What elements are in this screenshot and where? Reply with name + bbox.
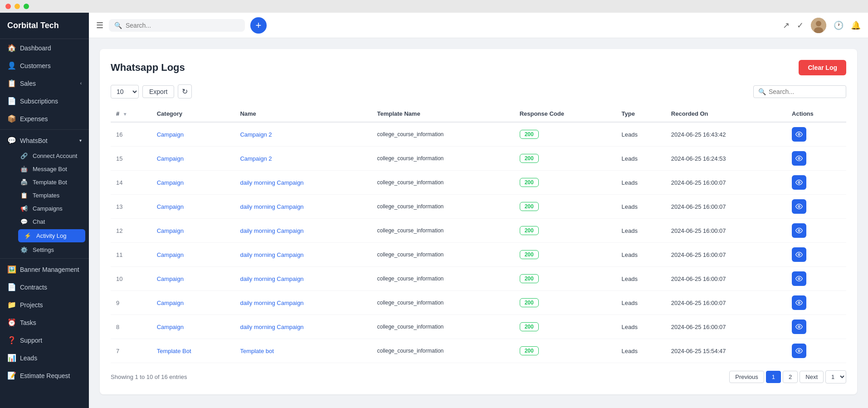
sidebar-item-customers[interactable]: 👤 Customers	[0, 57, 89, 74]
search-icon: 🔍	[114, 22, 122, 29]
add-button[interactable]: +	[250, 17, 267, 34]
banner-icon: 🖼️	[7, 265, 15, 274]
close-dot[interactable]	[5, 4, 11, 9]
cell-response: 200	[514, 315, 616, 339]
sidebar-item-expenses[interactable]: 📦 Expenses	[0, 110, 89, 128]
pagination-previous-button[interactable]: Previous	[729, 371, 764, 383]
cell-name[interactable]: daily morning Campaign	[234, 219, 371, 243]
col-recorded-on: Recorded On	[666, 106, 786, 122]
sidebar-label-templates: Templates	[33, 192, 59, 199]
sidebar-label-activity-log: Activity Log	[36, 232, 66, 239]
cell-response: 200	[514, 122, 616, 147]
sidebar-label-settings: Settings	[33, 246, 54, 253]
clock-icon[interactable]: 🕐	[834, 20, 844, 30]
sidebar-item-support[interactable]: ❓ Support	[0, 331, 89, 349]
sidebar-label-sales: Sales	[20, 80, 36, 87]
sidebar-item-dashboard[interactable]: 🏠 Dashboard	[0, 39, 89, 57]
sidebar-item-templates[interactable]: 📋 Templates	[15, 189, 89, 202]
cell-actions	[786, 267, 846, 291]
cell-name[interactable]: daily morning Campaign	[234, 195, 371, 219]
pagination-page-2-button[interactable]: 2	[783, 371, 798, 383]
sidebar-label-customers: Customers	[20, 62, 51, 69]
cell-num: 13	[111, 195, 151, 219]
estimate-icon: 📝	[7, 371, 15, 380]
sidebar-item-campaigns[interactable]: 📢 Campaigns	[15, 202, 89, 215]
minimize-dot[interactable]	[15, 4, 20, 9]
sidebar-item-chat[interactable]: 💬 Chat	[15, 215, 89, 228]
avatar[interactable]	[811, 18, 826, 33]
per-page-select[interactable]: 10 25 50 100	[111, 85, 139, 98]
refresh-button[interactable]: ↻	[178, 84, 192, 98]
cell-name[interactable]: Template bot	[234, 339, 371, 363]
sidebar-item-estimate-request[interactable]: 📝 Estimate Request	[0, 367, 89, 384]
cell-num: 11	[111, 243, 151, 267]
view-button[interactable]	[792, 127, 806, 142]
cell-name[interactable]: daily morning Campaign	[234, 243, 371, 267]
sidebar-label-whatsbot: WhatsBot	[20, 137, 48, 144]
table-search-icon: 🔍	[758, 88, 766, 95]
view-button[interactable]	[792, 247, 806, 262]
view-button[interactable]	[792, 151, 806, 166]
view-button[interactable]	[792, 199, 806, 214]
pagination-info: Showing 1 to 10 of 16 entries	[111, 374, 187, 380]
svg-point-5	[798, 182, 800, 183]
cell-category: Campaign	[151, 147, 235, 171]
search-input[interactable]	[126, 22, 239, 29]
sidebar-label-contracts: Contracts	[20, 284, 47, 291]
sidebar-item-template-bot[interactable]: 🖨️ Template Bot	[15, 176, 89, 189]
sidebar-item-activity-log[interactable]: ⚡ Activity Log	[18, 229, 85, 242]
export-button[interactable]: Export	[142, 85, 174, 98]
table-search-input[interactable]	[769, 88, 841, 95]
view-button[interactable]	[792, 320, 806, 334]
sidebar-item-whatsbot[interactable]: 💬 WhatsBot ▾	[0, 132, 89, 149]
share-icon[interactable]: ↗	[783, 20, 790, 30]
table-search-box[interactable]: 🔍	[753, 85, 846, 98]
view-button[interactable]	[792, 271, 806, 286]
cell-name[interactable]: daily morning Campaign	[234, 291, 371, 315]
sidebar-item-message-bot[interactable]: 🤖 Message Bot	[15, 162, 89, 176]
cell-response: 200	[514, 171, 616, 195]
sidebar-item-sales[interactable]: 📋 Sales ‹	[0, 74, 89, 92]
cell-name[interactable]: daily morning Campaign	[234, 315, 371, 339]
clear-log-button[interactable]: Clear Log	[799, 60, 846, 75]
pagination-next-button[interactable]: Next	[800, 371, 824, 383]
cell-template: college_course_information	[371, 315, 514, 339]
cell-template: college_course_information	[371, 243, 514, 267]
cell-type: Leads	[616, 339, 666, 363]
response-badge: 200	[520, 154, 539, 163]
cell-type: Leads	[616, 243, 666, 267]
cell-name[interactable]: Campaign 2	[234, 147, 371, 171]
view-button[interactable]	[792, 295, 806, 310]
bell-icon[interactable]: 🔔	[851, 20, 861, 30]
view-button[interactable]	[792, 175, 806, 190]
cell-num: 8	[111, 315, 151, 339]
cell-name[interactable]: daily morning Campaign	[234, 267, 371, 291]
sidebar-label-estimate: Estimate Request	[20, 372, 70, 379]
check-icon[interactable]: ✓	[797, 20, 804, 30]
pagination-page-1-button[interactable]: 1	[766, 371, 781, 383]
sidebar-item-settings[interactable]: ⚙️ Settings	[15, 243, 89, 256]
sidebar-item-contracts[interactable]: 📄 Contracts	[0, 278, 89, 296]
maximize-dot[interactable]	[24, 4, 29, 9]
sales-icon: 📋	[7, 79, 15, 88]
cell-num: 7	[111, 339, 151, 363]
cell-response: 200	[514, 219, 616, 243]
global-search-box[interactable]: 🔍	[109, 19, 245, 32]
cell-name[interactable]: daily morning Campaign	[234, 171, 371, 195]
page-jump-select[interactable]: 1 2	[825, 370, 846, 383]
table-row: 13 Campaign daily morning Campaign colle…	[111, 195, 846, 219]
cell-response: 200	[514, 267, 616, 291]
page-title: Whatsapp Logs	[111, 62, 185, 74]
cell-num: 14	[111, 171, 151, 195]
sidebar-item-banner-management[interactable]: 🖼️ Banner Management	[0, 261, 89, 278]
view-button[interactable]	[792, 223, 806, 238]
cell-name[interactable]: Campaign 2	[234, 122, 371, 147]
sidebar-item-projects[interactable]: 📁 Projects	[0, 296, 89, 314]
menu-toggle-button[interactable]: ☰	[96, 20, 103, 30]
sidebar-item-tasks[interactable]: ⏰ Tasks	[0, 314, 89, 331]
sidebar-item-connect-account[interactable]: 🔗 Connect Account	[15, 149, 89, 162]
view-button[interactable]	[792, 344, 806, 358]
header-right-controls: ↗ ✓ 🕐 🔔	[783, 18, 861, 33]
sidebar-item-leads[interactable]: 📊 Leads	[0, 349, 89, 367]
sidebar-item-subscriptions[interactable]: 📄 Subscriptions	[0, 92, 89, 110]
